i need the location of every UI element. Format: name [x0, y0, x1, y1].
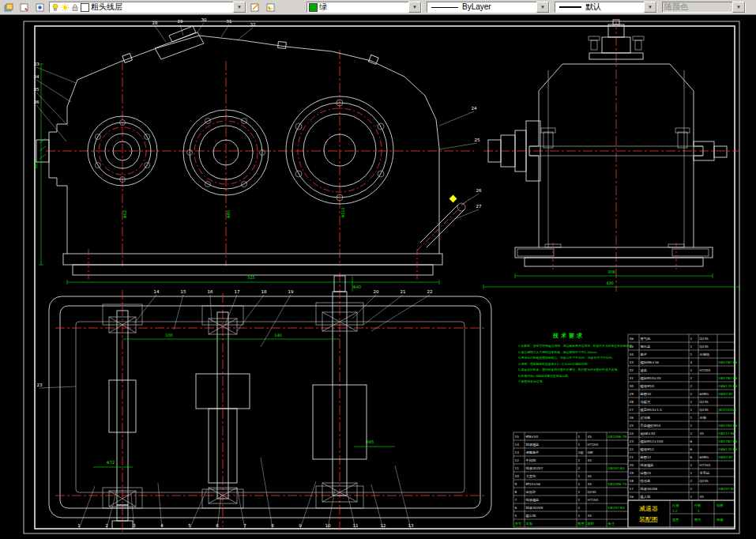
svg-text:启盖螺钉M10: 启盖螺钉M10: [641, 424, 661, 428]
svg-text:数量: 数量: [578, 522, 585, 526]
svg-text:GB5783-86: GB5783-86: [719, 424, 738, 428]
svg-text:1: 1: [690, 368, 693, 372]
svg-text:24: 24: [630, 432, 634, 435]
svg-text:325: 325: [33, 161, 38, 169]
svg-text:4: 4: [160, 523, 164, 528]
svg-text:GB117-86: GB117-86: [719, 432, 735, 435]
make-current-icon: [250, 2, 261, 12]
lineweight-dropdown-arrow-icon[interactable]: ▼: [644, 2, 656, 13]
layer-previous-button[interactable]: [264, 2, 278, 13]
svg-text:11: 11: [353, 523, 359, 528]
svg-text:140: 140: [274, 333, 282, 337]
svg-text:输入轴: 输入轴: [641, 495, 651, 499]
svg-text:HT200: HT200: [700, 368, 711, 372]
svg-text:23: 23: [37, 383, 43, 387]
layer-states-button[interactable]: [17, 2, 32, 13]
cad-window: 粗头线层 ▼ 绿 ▼ ByLayer ▼ 默认: [0, 0, 756, 539]
svg-text:键8×50: 键8×50: [525, 435, 539, 439]
svg-text:308: 308: [607, 270, 615, 274]
svg-text:36: 36: [630, 337, 634, 341]
svg-text:430: 430: [606, 281, 614, 285]
svg-text:20: 20: [374, 289, 379, 294]
svg-text:5: 5: [188, 523, 191, 528]
svg-text:10: 10: [325, 523, 331, 528]
linetype-dropdown[interactable]: ByLayer ▼: [427, 2, 550, 13]
svg-text:36: 36: [34, 100, 39, 104]
svg-text:6: 6: [690, 447, 693, 451]
svg-text:HT150: HT150: [588, 498, 599, 502]
svg-text:图号: 图号: [694, 518, 701, 522]
svg-text:45: 45: [588, 514, 592, 518]
svg-text:1.装配前，所有零件用煤油清洗，滚动轴承用汽油清洗，机体内不: 1.装配前，所有零件用煤油清洗，滚动轴承用汽油清洗，机体内不允许有任何杂物存在。: [518, 344, 635, 348]
svg-text:1: 1: [690, 337, 693, 341]
svg-text:15: 15: [181, 289, 186, 294]
tech-requirements-title: 技术要求: [552, 332, 585, 339]
layer-dropdown[interactable]: 粗头线层 ▼: [49, 2, 246, 13]
svg-text:油标尺: 油标尺: [641, 400, 651, 405]
color-dropdown-arrow-icon[interactable]: ▼: [408, 2, 421, 13]
svg-text:定距环: 定距环: [526, 490, 536, 494]
svg-text:1: 1: [698, 509, 700, 513]
svg-text:19: 19: [288, 289, 294, 294]
lineweight-dropdown[interactable]: 默认 ▼: [555, 2, 657, 13]
make-object-layer-current-button[interactable]: [248, 2, 262, 13]
svg-text:件数: 件数: [694, 503, 701, 507]
layer-filter-button[interactable]: [33, 2, 47, 13]
svg-text:2: 2: [690, 432, 693, 435]
svg-text:序号: 序号: [515, 522, 522, 526]
svg-text:Φ72: Φ72: [107, 460, 115, 465]
plan-view: [49, 273, 491, 533]
svg-text:GB297-84: GB297-84: [719, 487, 735, 491]
svg-text:17: 17: [235, 289, 240, 294]
svg-text:7.表面涂灰色油漆。: 7.表面涂灰色油漆。: [518, 379, 545, 383]
svg-text:Q235: Q235: [700, 400, 709, 404]
svg-text:Q235: Q235: [700, 479, 709, 483]
svg-text:1: 1: [690, 400, 693, 404]
lineweight-label: 默认: [585, 2, 601, 12]
color-label: 绿: [319, 2, 327, 12]
svg-text:GB6170-86: GB6170-86: [719, 384, 738, 388]
svg-text:3: 3: [133, 523, 136, 528]
svg-text:21: 21: [630, 455, 634, 459]
svg-text:轴承30209: 轴承30209: [526, 506, 543, 510]
svg-text:GB1096-79: GB1096-79: [608, 435, 627, 439]
svg-text:14: 14: [515, 443, 520, 447]
svg-text:45: 45: [588, 435, 592, 439]
color-swatch: [309, 3, 318, 12]
svg-text:34: 34: [630, 352, 634, 356]
plotstyle-dropdown: 随颜色 ▼: [662, 2, 746, 13]
svg-text:2: 2: [690, 487, 693, 491]
svg-text:45: 45: [700, 495, 705, 499]
layer-filter-icon: [36, 2, 46, 12]
svg-text:12: 12: [515, 458, 520, 462]
svg-text:石棉纸: 石棉纸: [700, 352, 710, 356]
svg-text:轴承端盖: 轴承端盖: [526, 443, 540, 447]
drawing-title-line1: 减速器: [639, 505, 658, 512]
layer-properties-button[interactable]: [2, 2, 16, 13]
layer-dropdown-arrow-icon[interactable]: ▼: [233, 2, 246, 13]
color-dropdown[interactable]: 绿 ▼: [307, 2, 422, 13]
svg-text:12: 12: [381, 523, 386, 528]
svg-text:2: 2: [690, 479, 693, 483]
svg-text:1:2: 1:2: [672, 509, 678, 513]
svg-text:1: 1: [690, 345, 693, 349]
svg-text:45: 45: [588, 482, 592, 486]
drawing-canvas[interactable]: 技术要求 1.装配前，所有零件用煤油清洗，滚动轴承用汽油清洗，机体内不允许有任何…: [0, 15, 756, 539]
layer-states-icon: [20, 2, 30, 12]
svg-text:6: 6: [690, 439, 693, 443]
toolbar: 粗头线层 ▼ 绿 ▼ ByLayer ▼ 默认: [0, 0, 756, 15]
svg-text:4.调整、固定轴承时应留有0.2～0.5mm的轴向间隙。: 4.调整、固定轴承时应留有0.2～0.5mm的轴向间隙。: [518, 362, 590, 366]
svg-text:26: 26: [476, 188, 482, 193]
svg-text:5: 5: [515, 514, 517, 518]
svg-text:33: 33: [630, 360, 634, 364]
side-view: [483, 20, 739, 292]
svg-text:螺母M10: 螺母M10: [641, 384, 655, 388]
svg-text:封油垫: 封油垫: [641, 416, 651, 420]
svg-text:重量: 重量: [672, 518, 679, 522]
svg-text:Φ80: Φ80: [226, 210, 231, 218]
svg-text:20: 20: [630, 463, 634, 467]
svg-text:GB93-87: GB93-87: [719, 455, 734, 459]
svg-text:26: 26: [630, 416, 634, 420]
linetype-dropdown-arrow-icon[interactable]: ▼: [536, 2, 549, 13]
svg-text:7: 7: [243, 523, 246, 528]
